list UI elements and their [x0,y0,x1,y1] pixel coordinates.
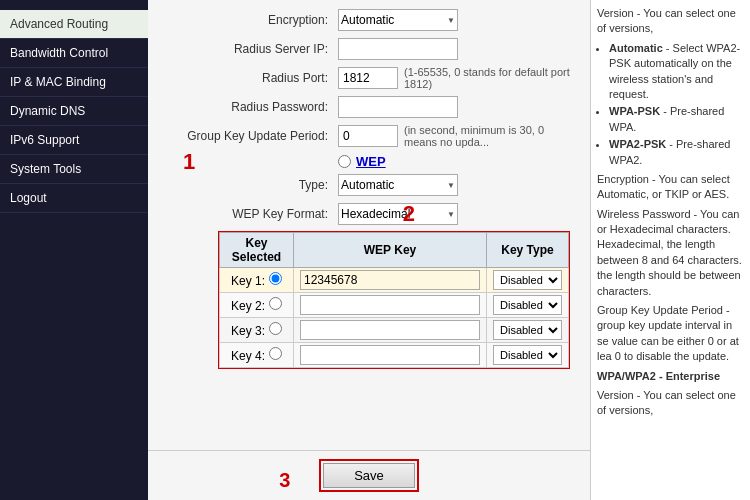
sidebar-item-advanced-routing[interactable]: Advanced Routing [0,10,148,39]
key-selected-cell: Key 1: [220,268,294,293]
sidebar-item-system-tools[interactable]: System Tools [0,155,148,184]
key-selected-cell: Key 4: [220,343,294,368]
key-label: Key 4: [231,349,265,363]
table-row: Key 3:Disabled64bit128bit152bit [220,318,569,343]
wep-key-cell [294,318,487,343]
encryption-select[interactable]: Automatic [338,9,458,31]
wep-radio-row: 1 WEP [338,154,580,169]
type-select-wrapper: Automatic [338,174,458,196]
wep-key-cell [294,293,487,318]
key-type-cell: Disabled64bit128bit152bit [487,293,569,318]
form-area: Encryption: Automatic Radius Server IP: … [148,0,590,450]
radius-password-input[interactable] [338,96,458,118]
rp-wpa-psk: WPA-PSK - Pre-shared WPA. [609,104,744,135]
type-select[interactable]: Automatic [338,174,458,196]
key-type-select-2[interactable]: Disabled64bit128bit152bit [493,295,562,315]
key-selected-cell: Key 3: [220,318,294,343]
rp-auto: Automatic - Select WPA2-PSK automaticall… [609,41,744,103]
rp-wpa2-psk: WPA2-PSK - Pre-shared WPA2. [609,137,744,168]
save-row: 3 Save [148,450,590,500]
wep-key-cell [294,343,487,368]
key-radio-2[interactable] [269,297,282,310]
key-type-select-3[interactable]: Disabled64bit128bit152bit [493,320,562,340]
wep-table-wrapper: Key Selected WEP Key Key Type Key 1:Disa… [218,231,570,369]
wep-label: WEP [356,154,386,169]
group-key-label: Group Key Update Period: [158,129,338,143]
rp-group-key: Group Key Update Period - group key upda… [597,303,744,365]
rp-version: Version - You can select one of versions… [597,6,744,37]
encryption-label: Encryption: [158,13,338,27]
save-button[interactable]: Save [323,463,415,488]
save-btn-container: 3 Save [319,459,419,492]
rp-version2: Version - You can select one of versions… [597,388,744,419]
sidebar: Advanced Routing Bandwidth Control IP & … [0,0,148,500]
type-label: Type: [158,178,338,192]
col-key-selected: Key Selected [220,233,294,268]
rp-encryption: Encryption - You can select Automatic, o… [597,172,744,203]
sidebar-item-logout[interactable]: Logout [0,184,148,213]
sidebar-item-dynamic-dns[interactable]: Dynamic DNS [0,97,148,126]
wep-key-format-label: WEP Key Format: [158,207,338,221]
key-radio-1[interactable] [269,272,282,285]
wep-radio[interactable] [338,155,351,168]
wep-key-input-3[interactable] [300,320,480,340]
rp-enterprise-title: WPA/WPA2 - Enterprise [597,369,744,384]
right-panel: Version - You can select one of versions… [590,0,750,500]
key-label: Key 1: [231,274,265,288]
group-key-hint: (in second, minimum is 30, 0 means no up… [404,124,580,148]
sidebar-item-bandwidth-control[interactable]: Bandwidth Control [0,39,148,68]
key-type-cell: Disabled64bit128bit152bit [487,343,569,368]
radius-port-input[interactable] [338,67,398,89]
rp-wireless-pwd: Wireless Password - You can or Hexadecim… [597,207,744,299]
radius-ip-input[interactable] [338,38,458,60]
sidebar-item-ipv6-support[interactable]: IPv6 Support [0,126,148,155]
radius-ip-row: Radius Server IP: [158,37,580,61]
key-radio-4[interactable] [269,347,282,360]
key-type-cell: Disabled64bit128bit152bit [487,318,569,343]
wep-key-input-1[interactable] [300,270,480,290]
key-type-cell: Disabled64bit128bit152bit [487,268,569,293]
type-row: Type: Automatic [158,173,580,197]
key-type-select-4[interactable]: Disabled64bit128bit152bit [493,345,562,365]
radius-ip-label: Radius Server IP: [158,42,338,56]
radius-port-hint: (1-65535, 0 stands for default port 1812… [404,66,580,90]
save-btn-wrapper: Save [319,459,419,492]
table-row: Key 1:Disabled64bit128bit152bit [220,268,569,293]
key-label: Key 2: [231,299,265,313]
col-wep-key: WEP Key [294,233,487,268]
wep-key-input-4[interactable] [300,345,480,365]
sidebar-item-ip-mac-binding[interactable]: IP & MAC Binding [0,68,148,97]
key-radio-3[interactable] [269,322,282,335]
wep-key-format-select[interactable]: Hexadecimal [338,203,458,225]
wep-key-cell [294,268,487,293]
encryption-select-wrapper: Automatic [338,9,458,31]
key-type-select-1[interactable]: Disabled64bit128bit152bit [493,270,562,290]
wep-key-format-row: WEP Key Format: Hexadecimal 2 [158,202,580,226]
label-3: 3 [279,469,290,492]
table-row: Key 4:Disabled64bit128bit152bit [220,343,569,368]
rp-version-list: Automatic - Select WPA2-PSK automaticall… [609,41,744,168]
encryption-row: Encryption: Automatic [158,8,580,32]
table-row: Key 2:Disabled64bit128bit152bit [220,293,569,318]
radius-password-label: Radius Password: [158,100,338,114]
group-key-row: Group Key Update Period: (in second, min… [158,124,580,148]
main-content: Encryption: Automatic Radius Server IP: … [148,0,590,500]
key-selected-cell: Key 2: [220,293,294,318]
radius-port-row: Radius Port: (1-65535, 0 stands for defa… [158,66,580,90]
label-2: 2 [403,201,415,227]
label-1: 1 [183,149,195,175]
key-label: Key 3: [231,324,265,338]
wep-table: Key Selected WEP Key Key Type Key 1:Disa… [219,232,569,368]
radius-password-row: Radius Password: [158,95,580,119]
radius-port-label: Radius Port: [158,71,338,85]
col-key-type: Key Type [487,233,569,268]
wep-key-format-select-wrapper: Hexadecimal [338,203,458,225]
wep-key-input-2[interactable] [300,295,480,315]
group-key-input[interactable] [338,125,398,147]
